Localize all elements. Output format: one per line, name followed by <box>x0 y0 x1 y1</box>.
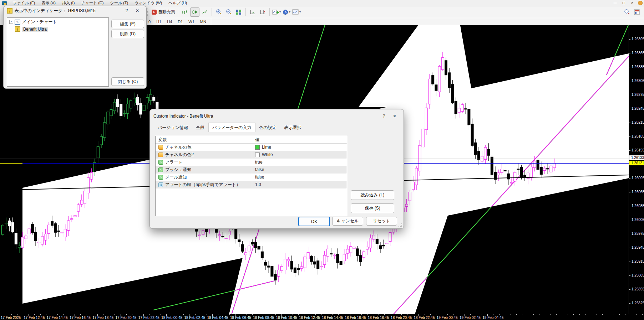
time-minor-tick <box>115 314 115 315</box>
toolbar-separator <box>212 8 212 16</box>
menu-item-5[interactable]: ウィンドウ (W) <box>131 0 165 6</box>
tree-item-label-selected: Benefit Ultra <box>22 27 48 32</box>
time-minor-tick <box>310 314 310 315</box>
param-value-cell[interactable]: true <box>252 160 347 165</box>
search-icon[interactable] <box>622 7 632 17</box>
zoom-out-icon[interactable] <box>224 7 233 17</box>
collapse-icon[interactable]: - <box>9 20 13 24</box>
param-value-cell[interactable]: false <box>252 175 347 180</box>
time-minor-tick <box>126 314 127 315</box>
menu-item-0[interactable]: ファイル (F) <box>10 0 38 6</box>
dropdown-arrow-icon[interactable]: ▾ <box>299 10 301 14</box>
tile-windows-icon[interactable] <box>234 7 243 17</box>
bid-price-box: 1.26133 <box>629 155 644 160</box>
price-tick <box>629 150 630 151</box>
auto-scroll-icon[interactable] <box>248 7 257 17</box>
bar-chart-icon[interactable] <box>180 7 189 17</box>
time-minor-tick <box>379 314 379 315</box>
time-minor-tick <box>252 314 253 315</box>
menu-item-3[interactable]: チャート (C) <box>78 0 107 6</box>
price-axis[interactable]: 1.263951.263651.263351.263051.262751.262… <box>629 25 644 314</box>
param-row-5[interactable]: アラートの幅（npips手前でアラート）1.0 <box>156 181 347 189</box>
time-minor-tick <box>275 314 276 315</box>
time-tick-label: 18 Feb 22:45 <box>414 316 435 320</box>
time-minor-tick <box>608 314 608 315</box>
maximize-button[interactable]: ▢ <box>619 0 628 6</box>
autotrading-icon <box>152 10 157 15</box>
param-row-4[interactable]: メール通知false <box>156 174 347 181</box>
help-button[interactable]: ? <box>379 114 389 119</box>
autotrading-button[interactable]: 自動売買 <box>151 7 176 17</box>
time-minor-tick <box>287 314 287 315</box>
close-dialog-button[interactable]: ✕ <box>132 8 143 13</box>
menu-item-1[interactable]: 表示 (V) <box>38 0 59 6</box>
notification-badge-icon[interactable] <box>638 1 643 5</box>
edit-button[interactable]: 編集 (E) <box>111 20 144 28</box>
price-tick-label: 1.26365 <box>632 51 644 55</box>
template-icon[interactable]: ▾ <box>292 7 301 17</box>
price-tick-label: 1.25975 <box>632 232 644 236</box>
indicator-list-titlebar[interactable]: ƒ 表示中のインディケータ： GBPUSD,M15 ? ✕ <box>4 6 146 15</box>
ok-button[interactable]: OK <box>298 217 330 226</box>
data-window-icon[interactable] <box>632 7 642 17</box>
param-row-2[interactable]: アラートtrue <box>156 159 347 166</box>
reset-button[interactable]: リセット <box>366 217 397 226</box>
close-window-button[interactable]: ✕ <box>628 0 637 6</box>
tree-item-main-chart[interactable]: - ∿ メイン・チャート <box>7 19 108 25</box>
tab-3[interactable]: 色の設定 <box>255 123 280 132</box>
resize-grip[interactable] <box>399 223 402 227</box>
time-axis[interactable]: 17 Feb 202517 Feb 12:4517 Feb 14:4517 Fe… <box>0 314 644 320</box>
menu-item-6[interactable]: ヘルプ (H) <box>165 0 190 6</box>
tab-2[interactable]: パラメーターの入力 <box>208 123 255 132</box>
timeframe-H1[interactable]: H1 <box>153 19 164 24</box>
add-indicator-icon[interactable]: ▾ <box>272 7 281 17</box>
indicator-tree[interactable]: - ∿ メイン・チャート ƒ Benefit Ultra <box>7 17 109 87</box>
param-row-0[interactable]: チャネルの色Lime <box>156 144 347 151</box>
help-button[interactable]: ? <box>121 8 132 13</box>
line-chart-icon[interactable] <box>200 7 209 17</box>
toolbar-grip[interactable] <box>147 9 149 16</box>
tab-0[interactable]: バージョン情報 <box>154 123 192 132</box>
time-tick-label: 18 Feb 14:45 <box>322 316 343 320</box>
parameters-table[interactable]: 変数 値 チャネルの色Limeチャネルの色2Whiteアラートtrueプッシュ通… <box>155 136 347 216</box>
param-value-cell[interactable]: false <box>252 167 347 172</box>
tab-1[interactable]: 全般 <box>192 123 208 132</box>
time-tick-label: 18 Feb 10:45 <box>276 316 297 320</box>
param-value-cell[interactable]: 1.0 <box>252 182 347 187</box>
indicator-list-title: 表示中のインディケータ： GBPUSD,M15 <box>15 8 121 14</box>
custom-indicator-titlebar[interactable]: Custom Indicator - Benefit Ultra ? ✕ <box>150 109 404 121</box>
param-value: White <box>262 152 273 157</box>
param-row-3[interactable]: プッシュ通知false <box>156 166 347 174</box>
chart-shift-icon[interactable] <box>258 7 267 17</box>
timeframe-MN[interactable]: MN <box>197 19 209 24</box>
param-value-cell[interactable]: Lime <box>252 145 347 150</box>
price-tick-label: 1.25945 <box>632 246 644 249</box>
menu-item-4[interactable]: ツール (T) <box>107 0 131 6</box>
period-icon[interactable]: ▾ <box>282 7 291 17</box>
param-value-cell[interactable]: White <box>252 152 347 157</box>
time-minor-tick <box>195 314 196 315</box>
save-button[interactable]: 保存 (S) <box>351 203 394 213</box>
load-button[interactable]: 読み込み (L) <box>351 190 394 200</box>
timeframe-W1[interactable]: W1 <box>186 19 197 24</box>
tree-item-benefit-ultra[interactable]: ƒ Benefit Ultra <box>15 26 108 32</box>
close-dialog-button[interactable]: ✕ <box>389 114 400 119</box>
minimize-button[interactable]: — <box>611 0 619 6</box>
time-minor-tick <box>149 314 149 315</box>
zoom-in-icon[interactable] <box>214 7 223 17</box>
delete-button[interactable]: 削除 (D) <box>111 30 144 38</box>
close-button[interactable]: 閉じる (C) <box>111 77 144 86</box>
timeframe-0[interactable]: 0 <box>146 19 153 24</box>
time-minor-tick <box>361 314 362 315</box>
param-row-1[interactable]: チャネルの色2White <box>156 151 347 159</box>
timeframe-D1[interactable]: D1 <box>175 19 186 24</box>
time-minor-tick <box>425 314 425 315</box>
timeframe-H4[interactable]: H4 <box>164 19 175 24</box>
dropdown-arrow-icon[interactable]: ▾ <box>279 10 281 14</box>
cancel-button[interactable]: キャンセル <box>332 217 363 226</box>
param-name: プッシュ通知 <box>165 167 191 173</box>
tab-4[interactable]: 表示選択 <box>280 123 305 132</box>
menu-item-2[interactable]: 挿入 (I) <box>59 0 78 6</box>
candlestick-chart-icon[interactable] <box>190 7 199 17</box>
dropdown-arrow-icon[interactable]: ▾ <box>289 10 290 14</box>
